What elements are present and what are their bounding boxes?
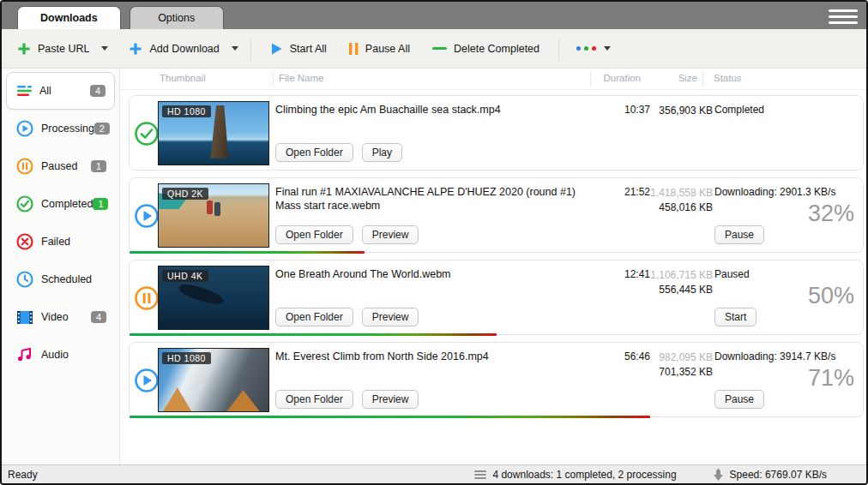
count-badge: 2 — [94, 123, 110, 135]
play-circle-icon — [16, 120, 33, 137]
pause-circle-icon — [134, 285, 160, 311]
list-header: Thumbnail File Name Duration Size Status — [120, 69, 866, 90]
size-total: 982,095 KB — [627, 350, 713, 365]
video-thumbnail[interactable]: UHD 4K — [158, 266, 269, 330]
status-text: Paused — [714, 268, 750, 280]
sidebar-item-paused[interactable]: Paused 1 — [6, 147, 115, 185]
preview-button[interactable]: Preview — [362, 308, 419, 326]
toolbar-separator — [250, 38, 251, 60]
open-folder-button[interactable]: Open Folder — [275, 225, 353, 244]
film-icon — [16, 310, 33, 325]
video-thumbnail[interactable]: HD 1080 — [158, 348, 269, 412]
pause-button[interactable]: Pause — [714, 225, 764, 244]
sidebar-item-completed[interactable]: Completed 1 — [6, 185, 115, 223]
sidebar-item-label: Failed — [41, 236, 106, 248]
toolbar-separator — [558, 38, 559, 60]
quality-badge: HD 1080 — [162, 352, 211, 364]
file-name: Mt. Everest Climb from North Side 2016.m… — [275, 350, 593, 363]
count-badge: 1 — [93, 198, 108, 210]
ready-status: Ready — [2, 469, 474, 481]
sidebar-item-label: All — [39, 85, 90, 97]
preview-button[interactable]: Preview — [362, 390, 419, 409]
play-icon — [270, 42, 283, 56]
toolbar: Paste URL Add Download Start All Pause A… — [2, 29, 866, 69]
file-name: Final run #1 MAXIAVALANCHE ALPE D'HUEZ 2… — [275, 185, 593, 213]
download-row[interactable]: HD 1080 Mt. Everest Climb from North Sid… — [129, 342, 864, 417]
quality-badge: QHD 2K — [162, 188, 208, 200]
add-download-button[interactable]: Add Download — [122, 37, 226, 61]
pause-button[interactable]: Pause — [714, 390, 764, 409]
downloads-summary-text: 4 downloads: 1 completed, 2 processing — [492, 469, 676, 481]
size-total: 1,106,715 KB — [627, 268, 713, 283]
paste-url-button[interactable]: Paste URL — [10, 37, 96, 61]
more-actions-button[interactable] — [571, 41, 616, 56]
sidebar-item-label: Audio — [41, 349, 106, 361]
sidebar-item-label: Completed — [41, 198, 93, 210]
play-button[interactable]: Play — [362, 143, 402, 162]
size-done: 556,445 KB — [627, 283, 713, 297]
progress-bar — [130, 251, 365, 254]
column-thumbnail: Thumbnail — [160, 73, 206, 83]
menu-icon[interactable] — [829, 6, 858, 27]
video-thumbnail[interactable]: HD 1080 — [158, 101, 269, 165]
download-list: Thumbnail File Name Duration Size Status… — [120, 69, 866, 464]
blue-dot-icon — [576, 46, 581, 51]
progress-percent: 71% — [808, 365, 854, 392]
paste-url-dropdown-icon[interactable] — [101, 46, 108, 51]
status-text: Downloading: 3914.7 KB/s — [714, 350, 835, 362]
size-done: 458,016 KB — [627, 201, 713, 215]
count-badge: 4 — [91, 311, 106, 323]
more-actions-dropdown-icon — [604, 46, 611, 51]
size-done: 701,352 KB — [627, 365, 713, 380]
count-badge: 4 — [90, 85, 105, 97]
sidebar-item-video[interactable]: Video 4 — [6, 298, 115, 336]
delete-completed-button[interactable]: Delete Completed — [425, 38, 546, 60]
music-note-icon — [16, 347, 33, 362]
sidebar-item-processing[interactable]: Processing 2 — [6, 110, 115, 147]
red-dot-icon — [592, 46, 596, 51]
status-text: Completed — [714, 104, 764, 116]
open-folder-button[interactable]: Open Folder — [275, 143, 353, 162]
list-icon — [474, 470, 486, 479]
tab-options[interactable]: Options — [130, 6, 224, 29]
sidebar-item-audio[interactable]: Audio — [6, 336, 115, 374]
sidebar-item-scheduled[interactable]: Scheduled — [6, 260, 115, 298]
video-thumbnail[interactable]: QHD 2K — [158, 183, 269, 248]
column-file-name: File Name — [273, 71, 323, 87]
green-dot-icon — [584, 46, 588, 51]
start-all-button[interactable]: Start All — [263, 37, 334, 61]
sidebar-item-all[interactable]: All 4 — [6, 72, 115, 110]
add-download-dropdown-icon[interactable] — [232, 46, 238, 51]
minus-icon — [432, 46, 447, 51]
start-button[interactable]: Start — [714, 308, 756, 326]
count-badge: 1 — [91, 160, 106, 172]
sidebar-item-label: Paused — [41, 160, 91, 172]
size-total: 1,418,558 KB — [627, 186, 713, 201]
column-duration: Duration — [590, 71, 641, 87]
delete-completed-label: Delete Completed — [454, 43, 539, 55]
download-row[interactable]: QHD 2K Final run #1 MAXIAVALANCHE ALPE D… — [129, 177, 864, 253]
open-folder-button[interactable]: Open Folder — [275, 308, 353, 326]
download-row[interactable]: UHD 4K One Breath Around The World.webm … — [129, 260, 864, 335]
progress-percent: 50% — [808, 283, 854, 309]
open-folder-button[interactable]: Open Folder — [275, 390, 353, 409]
sidebar-item-failed[interactable]: Failed — [6, 223, 115, 260]
pause-icon — [349, 42, 359, 56]
sidebar-item-label: Processing — [41, 123, 94, 135]
download-row[interactable]: HD 1080 Climbing the epic Am Buachaille … — [129, 95, 864, 171]
status-text: Downloading: 2901.3 KB/s — [714, 186, 835, 198]
pause-all-button[interactable]: Pause All — [342, 37, 417, 61]
tab-options-label: Options — [158, 12, 195, 24]
tab-downloads-label: Downloads — [40, 12, 98, 24]
add-download-label: Add Download — [149, 43, 219, 55]
preview-button[interactable]: Preview — [362, 225, 419, 244]
body: All 4 Processing 2 Paused 1 Completed 1 … — [2, 69, 866, 464]
paste-url-label: Paste URL — [38, 43, 89, 55]
x-circle-icon — [16, 233, 33, 250]
list-icon — [17, 85, 32, 97]
play-circle-icon — [134, 203, 160, 229]
column-size: Size — [641, 71, 703, 87]
pause-circle-icon — [16, 158, 33, 175]
progress-bar — [130, 416, 650, 418]
tab-downloads[interactable]: Downloads — [17, 6, 121, 29]
